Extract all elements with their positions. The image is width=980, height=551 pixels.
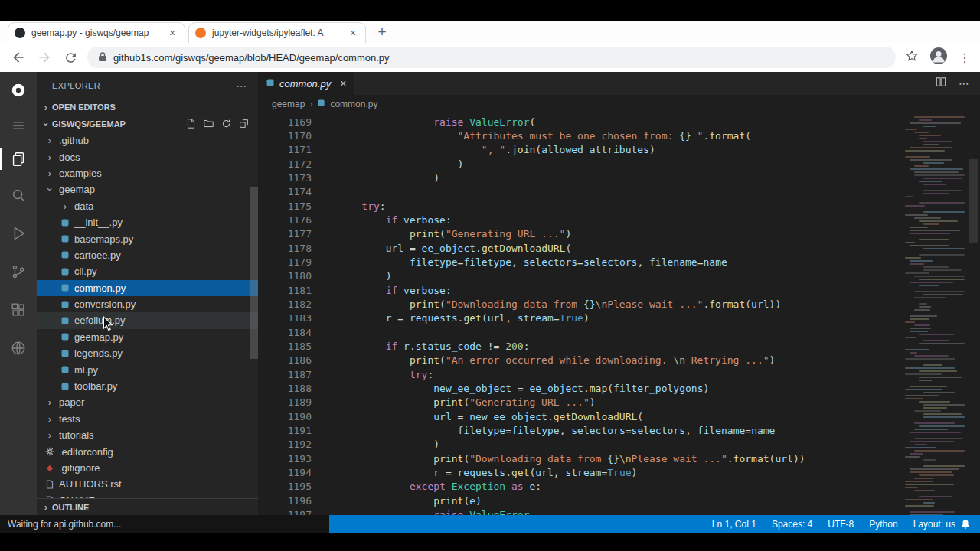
line-number: 1171: [258, 144, 312, 155]
python-file-icon: [266, 78, 275, 90]
sidebar-scrollbar[interactable]: [250, 187, 258, 359]
code-editor[interactable]: 1169 raise ValueError(1170 "Attributes m…: [258, 113, 980, 515]
tree-item-label: data: [74, 201, 93, 212]
tree-item-geemap[interactable]: ›geemap: [37, 181, 258, 197]
outline-label: OUTLINE: [52, 503, 89, 512]
extensions-icon[interactable]: [0, 291, 37, 329]
tree-item--editorconfig[interactable]: .editorconfig: [37, 443, 258, 459]
github1s-logo[interactable]: [0, 72, 37, 109]
status-item[interactable]: Layout: us: [913, 519, 956, 530]
github-favicon: [15, 28, 25, 38]
editor-scrollbar[interactable]: [969, 159, 978, 243]
tree-item-label: cli.py: [74, 266, 97, 277]
line-number: 1192: [258, 439, 312, 450]
github-icon[interactable]: [0, 329, 37, 367]
outline-section[interactable]: › OUTLINE: [37, 498, 258, 515]
gear-file-icon: [44, 447, 56, 456]
refresh-icon[interactable]: [221, 119, 231, 130]
tree-item--github[interactable]: ›.github: [37, 132, 258, 148]
tree-item-conversion-py[interactable]: conversion.py: [37, 296, 258, 312]
tree-item-legends-py[interactable]: legends.py: [37, 345, 258, 361]
tree-item-basemaps-py[interactable]: basemaps.py: [37, 230, 258, 246]
code-line: 1173 ): [258, 171, 896, 184]
tree-item-paper[interactable]: ›paper: [37, 394, 258, 410]
new-tab-button[interactable]: +: [372, 22, 392, 42]
collapse-all-icon[interactable]: [239, 119, 249, 130]
tree-item-label: conversion.py: [74, 298, 136, 310]
notifications-bell-icon[interactable]: [960, 515, 980, 533]
tree-item-cname[interactable]: CNAME: [37, 493, 258, 498]
back-button[interactable]: [9, 48, 28, 67]
reload-button[interactable]: [61, 48, 80, 67]
line-number: 1195: [258, 481, 312, 492]
tree-item-geemap-py[interactable]: geemap.py: [37, 329, 258, 345]
tree-item-authors-rst[interactable]: AUTHORS.rst: [37, 476, 258, 492]
tree-item-docs[interactable]: ›docs: [37, 148, 258, 165]
code-line: 1181 if verbose:: [258, 283, 896, 297]
status-item[interactable]: Python: [869, 519, 897, 530]
status-bar: Waiting for api.github.com... Ln 1, Col …: [0, 515, 980, 533]
source-control-icon[interactable]: [0, 253, 37, 291]
tab-close-icon[interactable]: ×: [347, 27, 359, 39]
menu-icon[interactable]: [0, 109, 37, 142]
open-editors-section[interactable]: › OPEN EDITORS: [37, 99, 258, 116]
search-icon[interactable]: [0, 176, 37, 214]
chevron-right-icon: ›: [44, 413, 56, 425]
tree-item--init-py[interactable]: __init__.py: [37, 214, 258, 230]
browser-tab[interactable]: jupyter-widgets/ipyleaflet: A×: [188, 22, 366, 43]
tab-close-icon[interactable]: ×: [166, 27, 178, 39]
breadcrumb-item-common-py[interactable]: common.py: [330, 99, 377, 109]
avatar[interactable]: [929, 47, 948, 68]
explorer-icon[interactable]: [0, 142, 37, 176]
status-item[interactable]: Spaces: 4: [772, 519, 812, 530]
tree-item--gitignore[interactable]: .gitignore: [37, 460, 258, 476]
line-number: 1185: [258, 341, 312, 352]
tree-item-toolbar-py[interactable]: toolbar.py: [37, 378, 258, 394]
vscode-workbench: EXPLORER ⋯ › OPEN EDITORS › GISWQS/GEEMA…: [0, 72, 980, 533]
editor-tab-common-py[interactable]: common.py ×: [258, 72, 354, 95]
repo-section-header[interactable]: › GISWQS/GEEMAP: [37, 116, 258, 132]
bookmark-star-icon[interactable]: [905, 49, 919, 66]
editor-tab-label: common.py: [279, 78, 331, 90]
new-folder-icon[interactable]: [204, 119, 214, 130]
breadcrumb-item-geemap[interactable]: geemap: [272, 99, 305, 109]
more-actions-icon[interactable]: ⋯: [959, 77, 969, 90]
browser-menu-icon[interactable]: ⋮: [959, 51, 971, 65]
views-more-icon[interactable]: ⋯: [237, 80, 247, 92]
minimap[interactable]: [905, 116, 966, 515]
tree-item-eefolium-py[interactable]: eefolium.py: [37, 312, 258, 328]
tree-item-label: tests: [59, 413, 80, 425]
tree-item-cli-py[interactable]: cli.py: [37, 263, 258, 279]
explorer-title: EXPLORER: [52, 81, 100, 90]
breadcrumb: geemap › common.py: [258, 95, 980, 113]
status-item[interactable]: UTF-8: [828, 519, 854, 530]
code-line: 1184: [258, 325, 896, 339]
close-icon[interactable]: ×: [340, 77, 346, 90]
split-editor-icon[interactable]: [936, 77, 946, 90]
tree-item-label: __init__.py: [74, 217, 122, 228]
tree-item-data[interactable]: ›data: [37, 198, 258, 214]
py-file-icon: [59, 267, 71, 276]
tree-item-label: examples: [59, 168, 102, 179]
line-number: 1174: [258, 186, 312, 197]
code-line: 1176 if verbose:: [258, 213, 896, 227]
chevron-right-icon: ›: [40, 102, 52, 113]
tree-item-common-py[interactable]: common.py: [37, 280, 258, 296]
tree-item-tests[interactable]: ›tests: [37, 411, 258, 427]
line-number: 1172: [258, 158, 312, 170]
run-debug-icon[interactable]: [0, 214, 37, 253]
new-file-icon[interactable]: [186, 119, 196, 130]
tree-item-examples[interactable]: ›examples: [37, 165, 258, 181]
line-number: 1179: [258, 256, 312, 268]
address-bar[interactable]: github1s.com/giswqs/geemap/blob/HEAD/gee…: [87, 47, 896, 68]
status-item[interactable]: Ln 1, Col 1: [712, 519, 756, 530]
code-line: 1180 ): [258, 269, 896, 283]
tree-item-ml-py[interactable]: ml.py: [37, 361, 258, 377]
tree-item-label: .github: [59, 135, 89, 146]
tree-item-cartoee-py[interactable]: cartoee.py: [37, 247, 258, 263]
doc-file-icon: [44, 480, 56, 489]
browser-tab[interactable]: geemap.py - giswqs/geemap×: [8, 22, 185, 43]
code-line: 1172 ): [258, 157, 896, 171]
forward-button[interactable]: [35, 48, 54, 67]
tree-item-tutorials[interactable]: ›tutorials: [37, 427, 258, 443]
